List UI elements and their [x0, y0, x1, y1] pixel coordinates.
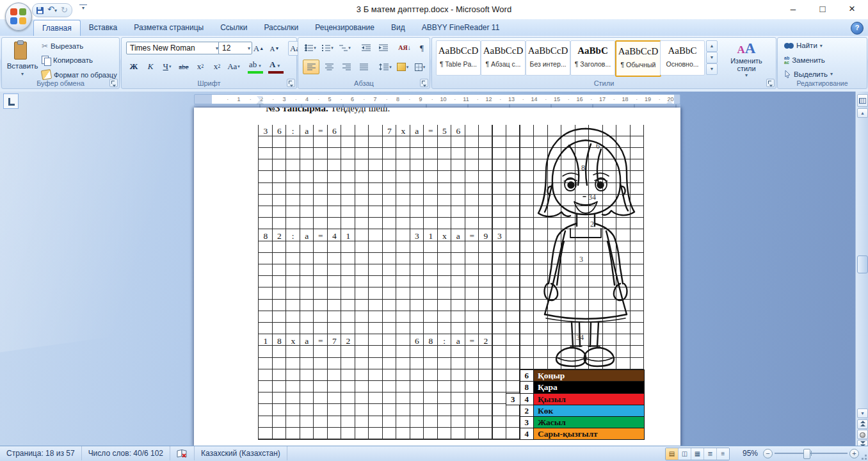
word-count-indicator[interactable]: Число слов: 40/6 102	[82, 446, 170, 460]
multilevel-list-button[interactable]: ▾	[337, 41, 353, 54]
vertical-scrollbar[interactable]: ▲ ▼	[855, 92, 868, 446]
clipboard-dialog-launcher[interactable]	[109, 79, 118, 87]
ribbon-tab-7[interactable]: Вид	[383, 20, 414, 36]
select-button[interactable]: Выделить ▾	[784, 70, 833, 78]
format-painter-button[interactable]: Формат по образцу	[42, 70, 117, 79]
select-browse-object-button[interactable]	[857, 430, 868, 439]
full-screen-reading-button[interactable]: ◫	[679, 448, 691, 460]
styles-scroll-down-button[interactable]: ▼	[706, 52, 718, 63]
web-layout-view-button[interactable]: ▦	[691, 448, 704, 460]
zoom-slider-thumb[interactable]	[803, 449, 810, 459]
paste-button[interactable]: Вставить ▾	[6, 40, 39, 77]
ruler-number: 15	[553, 95, 561, 104]
ribbon-tab-3[interactable]: Разметка страницы	[125, 20, 212, 36]
style-card-4[interactable]: AaBbC¶ Заголов...	[570, 40, 615, 76]
styles-dialog-launcher[interactable]	[766, 79, 775, 87]
strikethrough-button[interactable]: abe	[176, 60, 191, 73]
ruler-number: 11	[462, 95, 470, 104]
align-right-button[interactable]	[339, 60, 354, 74]
shrink-font-button[interactable]: А▼	[267, 42, 282, 55]
zoom-out-button[interactable]: −	[763, 449, 773, 458]
paste-dropdown-icon[interactable]: ▾	[6, 71, 39, 77]
previous-page-button[interactable]	[857, 419, 868, 429]
replace-button[interactable]: abac Заменить	[784, 56, 825, 65]
ribbon-tab-8[interactable]: ABBYY FineReader 11	[414, 20, 508, 36]
office-button[interactable]	[5, 3, 32, 31]
bold-button[interactable]: Ж	[126, 60, 141, 73]
subscript-button[interactable]: x2	[193, 60, 208, 73]
minimize-button[interactable]: –	[782, 0, 804, 18]
grid-cell: 2	[273, 230, 287, 242]
right-indent-marker[interactable]	[666, 100, 673, 104]
find-button[interactable]: Найти ▾	[784, 42, 823, 49]
ribbon-tab-6[interactable]: Рецензирование	[307, 20, 383, 36]
scroll-down-button[interactable]: ▼	[857, 408, 868, 418]
copy-button[interactable]: Копировать	[42, 56, 93, 65]
zoom-level[interactable]: 95%	[743, 446, 758, 460]
tab-stop-selector[interactable]	[3, 93, 19, 109]
justify-button[interactable]	[356, 60, 371, 74]
horizontal-ruler[interactable]: 1·2·3·4·5·6·7·8·9·10·11·12·13·14·15·16·1…	[194, 94, 680, 104]
undo-button[interactable]: ↶▾	[47, 4, 57, 17]
proofing-status[interactable]	[170, 446, 195, 460]
multilevel-list-icon	[339, 44, 348, 51]
close-button[interactable]: ×	[841, 0, 863, 18]
line-spacing-button[interactable]: ▾	[378, 60, 393, 74]
style-card-2[interactable]: AaBbCcD¶ Абзац с...	[481, 40, 526, 76]
ribbon-tab-2[interactable]: Вставка	[81, 20, 126, 36]
customize-qat-button[interactable]: ▾	[79, 4, 87, 11]
grow-font-button[interactable]: А▲	[251, 42, 266, 55]
increase-indent-button[interactable]	[376, 41, 391, 54]
style-card-3[interactable]: AaBbCcDБез интер...	[526, 40, 570, 76]
ruler-toggle-button[interactable]	[857, 94, 868, 107]
ribbon-tab-1[interactable]: Главная	[33, 20, 81, 36]
highlight-color-button[interactable]: ab▾	[248, 60, 263, 73]
document-page[interactable]: №3 тапсырма. Теңдеуді шеш. 36:а=67xа=568…	[194, 108, 680, 446]
styles-scroll-up-button[interactable]: ▲	[706, 40, 718, 52]
language-indicator[interactable]: Казахский (Казахстан)	[195, 446, 287, 460]
change-styles-button[interactable]: AA Изменить стили ▾	[721, 40, 771, 78]
font-size-combo[interactable]: 12 ▾	[218, 42, 252, 54]
cut-button[interactable]: ✂ Вырезать	[42, 42, 83, 51]
page-indicator[interactable]: Страница: 18 из 57	[0, 446, 82, 460]
superscript-button[interactable]: x2	[209, 60, 225, 73]
style-card-1[interactable]: AaBbCcD¶ Table Pa...	[436, 40, 481, 76]
ribbon-tab-4[interactable]: Ссылки	[212, 20, 255, 36]
draft-view-button[interactable]: ≡	[717, 448, 729, 460]
style-card-5[interactable]: AaBbCcD¶ Обычный	[615, 40, 661, 77]
chevron-down-icon[interactable]: ▾	[213, 45, 218, 51]
font-name-combo[interactable]: Times New Roman ▾	[126, 42, 220, 54]
shading-button[interactable]: ▾	[395, 60, 410, 74]
sort-button[interactable]: АЯ↓	[397, 41, 412, 54]
bullets-button[interactable]: ▾	[303, 41, 318, 54]
styles-more-button[interactable]: ▼	[706, 63, 718, 75]
align-center-button[interactable]	[321, 60, 337, 74]
align-left-button[interactable]	[303, 60, 319, 74]
outline-view-button[interactable]: ≣	[704, 448, 717, 460]
paragraph-dialog-launcher[interactable]	[420, 79, 428, 87]
chevron-down-icon[interactable]: ▾	[245, 45, 250, 51]
ribbon-tab-5[interactable]: Рассылки	[255, 20, 307, 36]
ruler-dot: ·	[250, 95, 251, 104]
bullets-icon	[305, 44, 313, 51]
change-case-button[interactable]: Aa▾	[226, 60, 241, 73]
numbering-button[interactable]: ▾	[320, 41, 335, 54]
resize-grip[interactable]	[859, 452, 867, 460]
borders-button[interactable]: ▾	[412, 60, 428, 74]
font-dialog-launcher[interactable]	[287, 79, 295, 87]
italic-button[interactable]: K	[143, 60, 158, 73]
maximize-button[interactable]: □	[812, 0, 833, 18]
style-card-6[interactable]: AaBbCОсновно...	[660, 40, 705, 76]
ruler-dot: ·	[386, 95, 387, 104]
underline-button[interactable]: Ч▾	[159, 60, 175, 73]
save-icon[interactable]	[36, 7, 44, 14]
decrease-indent-button[interactable]	[358, 41, 374, 54]
redo-button[interactable]: ↻	[61, 4, 68, 16]
scrollbar-thumb[interactable]	[857, 255, 868, 273]
print-layout-view-button[interactable]: ▤	[666, 448, 679, 460]
font-color-button[interactable]: А▾	[268, 60, 284, 73]
scroll-up-button[interactable]: ▲	[857, 108, 868, 118]
show-marks-button[interactable]: ¶	[414, 41, 430, 54]
zoom-in-button[interactable]: +	[849, 449, 859, 458]
help-button[interactable]: ?	[851, 22, 864, 35]
